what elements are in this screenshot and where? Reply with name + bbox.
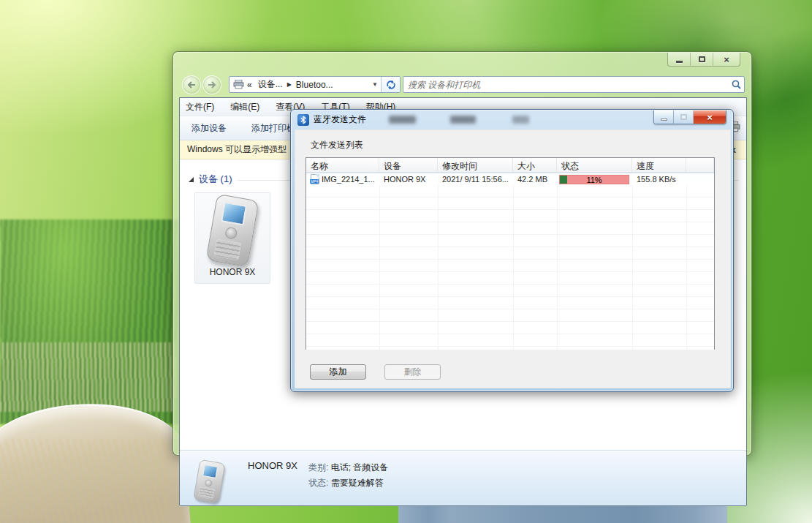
close-icon: × [707,113,713,122]
printer-icon [233,80,244,89]
device-tile-honor9x[interactable]: HONOR 9X [194,192,270,284]
maximize-icon [699,56,705,62]
search-box [403,76,745,93]
mp4-file-icon: MP4 [311,174,319,184]
menu-item-edit[interactable]: 编辑(E) [230,101,259,113]
glass-ghost-text [450,116,476,124]
navigation-bar: « 设备... ▶ Bluetoo... ▼ [173,72,751,97]
file-row[interactable]: MP4 IMG_2214_1... HONOR 9X 2021/ 9/11 15… [306,173,714,185]
column-header-speed[interactable]: 速度 [632,158,686,172]
maximize-icon [680,114,687,120]
breadcrumb-collapse[interactable]: « [244,80,255,90]
table-body: MP4 IMG_2214_1... HONOR 9X 2021/ 9/11 15… [306,173,714,350]
notification-text: Windows 可以显示增强型 [187,143,287,156]
forward-button[interactable] [202,75,221,94]
column-header-modified[interactable]: 修改时间 [438,158,513,172]
phone-icon [205,194,259,268]
dialog-caption-buttons: × [653,110,726,124]
search-icon[interactable] [728,80,744,89]
close-icon: × [724,55,729,64]
add-button[interactable]: 添加 [310,364,366,380]
dialog-minimize-button[interactable] [654,110,674,124]
sprout-stems [0,342,175,412]
file-modified: 2021/ 9/11 15:56... [438,175,513,184]
collapse-triangle-icon[interactable] [189,177,194,182]
add-device-button[interactable]: 添加设备 [191,122,227,135]
minimize-button[interactable] [668,53,691,66]
file-size: 42.2 MB [513,175,557,184]
column-header-status[interactable]: 状态 [557,158,632,172]
window-caption-buttons: × [667,53,740,67]
details-device-name: HONOR 9X [248,460,297,471]
minimize-icon [661,118,667,121]
glass-ghost-text [389,116,416,124]
breadcrumb-root[interactable]: 设备... [255,78,286,91]
column-header-size[interactable]: 大小 [513,158,557,172]
glass-ghost-text [512,116,529,124]
refresh-button[interactable] [381,77,400,92]
add-printer-button[interactable]: 添加打印机 [251,122,295,135]
maximize-button[interactable] [691,53,713,66]
dialog-maximize-button-disabled [674,110,694,124]
progress-label: 11% [560,176,629,184]
category-label: 类别: [308,462,328,473]
menu-item-file[interactable]: 文件(F) [186,101,214,113]
dialog-title: 蓝牙发送文件 [314,113,366,126]
phone-icon-small [193,459,225,503]
breadcrumb-current[interactable]: Bluetoo... [293,80,336,90]
address-dropdown-icon[interactable]: ▼ [369,81,381,88]
file-device: HONOR 9X [379,175,438,184]
column-header-filler [686,158,714,172]
file-speed: 155.8 KB/s [632,175,686,184]
status-value: 需要疑难解答 [331,478,384,488]
bluetooth-send-file-dialog: 蓝牙发送文件 × 文件发送列表 名称 设备 修改时间 大小 状态 速度 [290,109,734,392]
close-button[interactable]: × [713,53,740,66]
file-name: IMG_2214_1... [322,175,375,184]
back-button[interactable] [182,75,201,94]
details-info: 类别: 电话; 音频设备 状态: 需要疑难解答 [308,460,388,491]
plant-roots [0,439,168,523]
dialog-buttons: 添加 删除 [310,364,441,380]
group-header-label: 设备 (1) [199,173,232,186]
file-list-group-label: 文件发送列表 [311,139,363,151]
table-header-row: 名称 设备 修改时间 大小 状态 速度 [306,158,714,173]
forward-arrow-icon [208,81,216,89]
back-arrow-icon [187,81,196,89]
bluetooth-icon [297,114,309,126]
dialog-client-area: 文件发送列表 名称 设备 修改时间 大小 状态 速度 MP4 [295,129,731,388]
file-status-cell: 11% [557,174,632,184]
details-pane: HONOR 9X 类别: 电话; 音频设备 状态: 需要疑难解答 [180,450,746,505]
column-header-device[interactable]: 设备 [379,158,438,172]
dialog-close-button[interactable]: × [694,110,726,124]
delete-button: 删除 [384,364,441,380]
search-input[interactable] [403,80,728,90]
column-header-name[interactable]: 名称 [306,158,379,172]
breadcrumb-arrow-icon: ▶ [286,81,293,88]
address-bar[interactable]: « 设备... ▶ Bluetoo... ▼ [229,76,401,93]
progress-bar: 11% [559,175,629,184]
minimize-icon [676,61,683,63]
refresh-icon [386,80,396,90]
device-tile-label: HONOR 9X [210,267,256,277]
category-value: 电话; 音频设备 [331,462,389,473]
file-transfer-table: 名称 设备 修改时间 大小 状态 速度 MP4 IMG_2214_1... [306,157,715,350]
status-label: 状态: [308,478,328,488]
